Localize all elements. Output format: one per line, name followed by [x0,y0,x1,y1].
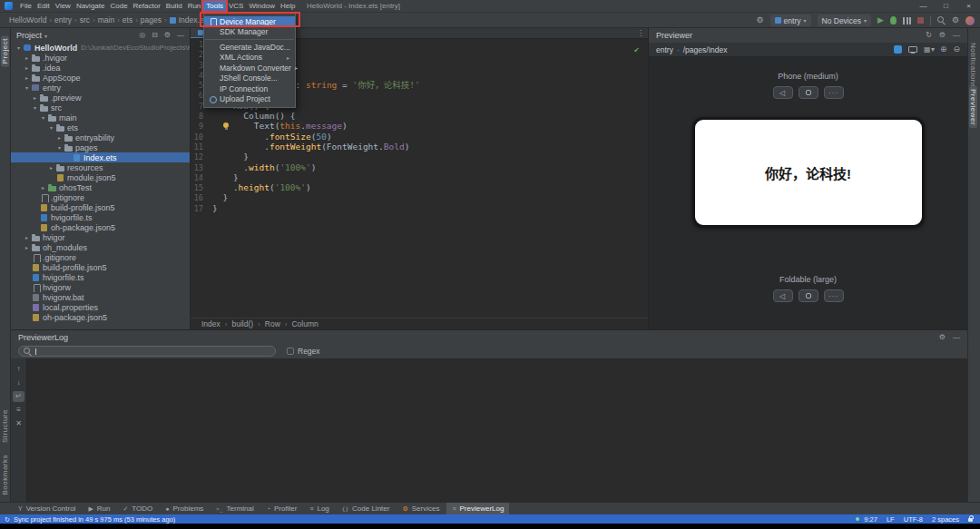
tree-item-oh-modules[interactable]: ▸oh_modules [11,242,190,252]
tree-item-ohostest[interactable]: ▸ohosTest [11,182,190,192]
collapse-arrow-icon[interactable]: ▾ [55,144,64,151]
tree-item-oh-package-json5[interactable]: oh-package.json5 [11,312,190,322]
minimize-button[interactable]: — [912,0,935,13]
tree-item-gitignore[interactable]: .gitignore [11,192,190,202]
tree-item-hvigorfile-ts[interactable]: hvigorfile.ts [11,272,190,282]
debug-button[interactable] [890,16,897,24]
tree-item-helloworld[interactable]: ▾HelloWorldD:\Junkai\DevEcoStudioProject… [11,43,190,53]
expand-arrow-icon[interactable]: ▸ [31,94,39,101]
status-9-27[interactable]: 9:27 [864,515,877,524]
tree-item-hvigorw[interactable]: hvigorw [11,282,190,292]
breadcrumb-main[interactable]: main [98,15,114,24]
editor-options-icon[interactable]: ⋮ [637,29,644,37]
tool-tab-version-control[interactable]: Version Control [13,503,81,515]
scroll-down-button[interactable] [13,377,24,388]
layout-grid-icon[interactable] [924,46,934,54]
more-button[interactable]: ··· [824,86,844,99]
code-line-8[interactable]: 8 Column() { [191,111,648,121]
clear-button[interactable] [13,418,24,429]
locate-icon[interactable] [139,32,145,39]
tree-item-hvigor[interactable]: ▸.hvigor [11,53,190,63]
maximize-button[interactable]: □ [935,0,957,13]
collapse-arrow-icon[interactable]: ▾ [15,44,23,51]
settings-icon[interactable] [164,32,171,39]
editor-crumb-column[interactable]: Column [291,319,318,328]
inspector-icon[interactable] [894,45,902,54]
expand-arrow-icon[interactable]: ▸ [23,244,31,250]
code-line-11[interactable]: 11 .fontWeight(FontWeight.Bold) [191,142,648,152]
profiler-button[interactable] [903,17,911,24]
menu-item-markdown-converter[interactable]: Markdown Converter▸ [204,63,295,73]
menu-item-ip-connection[interactable]: IP Connection [204,83,295,94]
soft-wrap-button[interactable] [13,391,24,402]
tree-item-local-properties[interactable]: local.properties [11,302,190,312]
settings-gear-icon[interactable]: ⚙ [952,13,959,28]
module-selector[interactable]: entry ▾ [770,15,811,26]
back-button[interactable]: ◁ [773,289,793,302]
tree-item-pages[interactable]: ▾pages [11,142,190,152]
tree-item-entry[interactable]: ▾entry [11,83,190,93]
menu-item-jshell-console[interactable]: JShell Console... [204,73,295,84]
regex-option[interactable]: Regex [287,347,320,356]
tool-tab-run[interactable]: Run [83,503,115,515]
menu-tools[interactable]: Tools [203,0,226,13]
expand-arrow-icon[interactable]: ▸ [23,74,31,81]
collapse-arrow-icon[interactable]: ▾ [31,104,39,111]
tree-item-preview[interactable]: ▸.preview [11,93,190,103]
status-2-spaces[interactable]: 2 spaces [932,515,959,524]
breadcrumb-entry[interactable]: entry [54,15,72,24]
project-panel-title[interactable]: Project [16,31,42,40]
menu-build[interactable]: Build [163,0,185,13]
collapse-arrow-icon[interactable]: ▾ [39,114,47,121]
breadcrumb-src[interactable]: src [80,15,90,24]
editor-crumb-index[interactable]: Index [201,319,220,328]
expand-arrow-icon[interactable]: ▸ [47,164,55,171]
breadcrumb-ets[interactable]: ets [122,15,132,24]
expand-arrow-icon[interactable]: ▸ [23,64,31,71]
tool-strip-structure[interactable]: Structure [1,409,9,443]
tree-item-appscope[interactable]: ▸AppScope [11,73,190,83]
refresh-icon[interactable] [926,32,932,39]
zoom-out-icon[interactable] [953,45,960,54]
tool-strip-bookmarks[interactable]: Bookmarks [1,455,9,495]
avatar[interactable] [965,16,975,25]
tree-item-oh-package-json5[interactable]: oh-package.json5 [11,222,190,232]
menu-file[interactable]: File [17,0,34,13]
tool-tab-code-linter[interactable]: Code Linter [337,503,396,515]
device-frame-icon[interactable] [908,46,917,53]
expand-arrow-icon[interactable]: ▸ [39,184,47,191]
hide-icon[interactable] [953,334,960,341]
tool-tab-previewerlog[interactable]: PreviewerLog [446,503,509,515]
collapse-all-icon[interactable] [152,32,158,39]
expand-arrow-icon[interactable]: ▸ [23,234,31,240]
tree-item-ets[interactable]: ▾ets [11,122,190,132]
menu-item-device-manager[interactable]: Device Manager [204,16,295,27]
device-selector[interactable]: No Devices ▾ [818,15,871,26]
settings-icon[interactable] [939,32,946,39]
breadcrumb-pages[interactable]: pages [141,15,162,24]
menu-navigate[interactable]: Navigate [74,0,108,13]
home-button[interactable] [799,289,818,302]
settings-icon[interactable] [939,334,946,341]
more-button[interactable]: ··· [824,289,844,302]
tool-strip-project[interactable]: Project [1,35,9,66]
menu-code[interactable]: Code [107,0,130,13]
code-line-10[interactable]: 10 .fontSize(50) [191,132,648,142]
build-settings-icon[interactable]: ⚙ [757,13,764,28]
code-line-13[interactable]: 13 .width('100%') [191,162,648,172]
expand-arrow-icon[interactable]: ▸ [55,134,64,141]
expand-all-button[interactable] [13,405,24,416]
tree-item-build-profile-json5[interactable]: build-profile.json5 [11,262,190,272]
home-button[interactable] [799,86,818,99]
tool-tab-todo[interactable]: TODO [117,503,158,515]
menu-item-sdk-manager[interactable]: SDK Manager [204,27,295,38]
menu-vcs[interactable]: VCS [226,0,246,13]
code-line-12[interactable]: 12 } [191,152,648,162]
tree-item-module-json5[interactable]: module.json5 [11,172,190,182]
tree-item-resources[interactable]: ▸resources [11,162,190,172]
menu-window[interactable]: Window [246,0,277,13]
menu-item-generate-javadoc[interactable]: Generate JavaDoc... [204,42,295,53]
tool-tab-problems[interactable]: Problems [160,503,209,515]
log-search-input[interactable] [18,346,276,357]
tool-tab-profiler[interactable]: Profiler [261,503,303,515]
